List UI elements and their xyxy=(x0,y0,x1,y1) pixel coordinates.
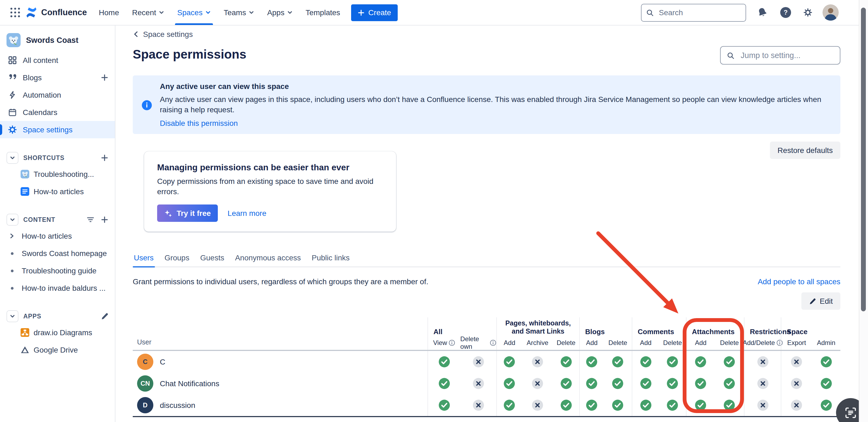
primary-nav: Home Recent Spaces Teams Apps Templates xyxy=(92,0,347,25)
space-avatar-koala-icon xyxy=(6,33,21,47)
permission-granted-icon xyxy=(820,399,832,411)
sidebar-item-label: Troubleshooting... xyxy=(34,170,94,178)
help-icon[interactable]: ? xyxy=(778,5,793,20)
banner-title: Any active user can view this space xyxy=(160,81,832,91)
column-header-add: Add xyxy=(632,339,659,346)
section-header: APPS xyxy=(0,309,115,324)
tab-guests[interactable]: Guests xyxy=(199,253,225,266)
column-group-space: Space Export Admin xyxy=(781,317,840,350)
add-icon[interactable] xyxy=(100,74,110,81)
section-label: CONTENT xyxy=(23,217,55,223)
sidebar-section-content: CONTENT How-to articles Swords Coast hom… xyxy=(0,212,115,297)
confluence-logo-icon xyxy=(25,6,38,19)
permission-granted-icon xyxy=(438,356,450,368)
avatar: CN xyxy=(137,375,153,392)
sidebar-item-label: Google Drive xyxy=(34,345,78,354)
info-icon[interactable] xyxy=(490,340,496,346)
tab-groups[interactable]: Groups xyxy=(163,253,190,266)
row-group-restrictions xyxy=(744,373,781,394)
breadcrumb[interactable]: Space settings xyxy=(133,29,193,39)
permission-granted-icon xyxy=(560,356,572,368)
permission-denied-icon xyxy=(531,377,544,390)
filter-icon[interactable] xyxy=(87,216,94,223)
permission-granted-icon xyxy=(640,377,652,390)
try-it-free-button[interactable]: Try it free xyxy=(157,204,218,222)
tab-public-links[interactable]: Public links xyxy=(311,253,351,266)
sidebar-item-calendars[interactable]: Calendars xyxy=(0,104,115,121)
chevron-right-icon xyxy=(9,233,15,239)
nav-item-apps[interactable]: Apps xyxy=(260,0,299,25)
gdrive-icon xyxy=(21,345,29,354)
sidebar-page-troubleshooting-guide[interactable]: Troubleshooting guide xyxy=(0,262,115,279)
breadcrumb-label: Space settings xyxy=(143,30,193,38)
tab-anonymous-access[interactable]: Anonymous access xyxy=(234,253,302,266)
nav-item-label: Templates xyxy=(306,8,340,17)
sidebar-page-how-to-invade-baldurs[interactable]: How-to invade baldurs ... xyxy=(0,279,115,297)
nav-item-home[interactable]: Home xyxy=(92,0,126,25)
app-switcher-icon[interactable] xyxy=(8,5,23,20)
sidebar-item-blogs[interactable]: Blogs xyxy=(0,69,115,86)
collapse-section-icon[interactable] xyxy=(6,214,19,226)
permission-denied-icon xyxy=(472,399,485,411)
sidebar-item-label: Calendars xyxy=(23,108,57,117)
sidebar-shortcuts-troubleshooting[interactable]: Troubleshooting... xyxy=(0,165,115,183)
add-icon[interactable] xyxy=(101,154,108,162)
user-name: discussion xyxy=(160,401,195,410)
permission-granted-icon xyxy=(667,377,679,390)
sidebar-section-shortcuts: SHORTCUTS Troubleshooting... How-to arti… xyxy=(0,150,115,200)
permission-denied-icon xyxy=(531,399,544,411)
sidebar-shortcuts-how-to-articles[interactable]: How-to articles xyxy=(0,183,115,200)
permission-denied-icon xyxy=(757,356,769,368)
column-header-archive: Archive xyxy=(522,339,553,346)
nav-item-recent[interactable]: Recent xyxy=(126,0,171,25)
section-header: SHORTCUTS xyxy=(0,150,115,165)
create-button-label: Create xyxy=(368,8,391,17)
info-icon[interactable] xyxy=(448,340,455,346)
koala-icon xyxy=(21,170,29,178)
column-header-view: View xyxy=(428,339,460,346)
nav-item-spaces[interactable]: Spaces xyxy=(171,0,217,25)
jump-to-setting-input[interactable] xyxy=(740,51,834,60)
nav-item-templates[interactable]: Templates xyxy=(299,0,347,25)
sidebar-page-label: Troubleshooting guide xyxy=(22,266,96,275)
plus-icon xyxy=(358,9,365,16)
collapse-section-icon[interactable] xyxy=(6,152,19,164)
sidebar-item-all-content[interactable]: All content xyxy=(0,52,115,69)
permission-granted-icon xyxy=(820,356,832,368)
edit-button[interactable]: Edit xyxy=(801,292,840,310)
edit-shortcuts-icon[interactable] xyxy=(101,312,108,320)
nav-item-teams[interactable]: Teams xyxy=(217,0,260,25)
jump-to-setting-search[interactable] xyxy=(720,46,840,64)
column-header-admin: Admin xyxy=(812,339,840,346)
user-avatar[interactable] xyxy=(823,4,839,21)
sidebar-page-swords-coast-homepage[interactable]: Swords Coast homepage xyxy=(0,245,115,262)
disable-permission-link[interactable]: Disable this permission xyxy=(160,119,238,128)
sidebar-item-label: Automation xyxy=(23,91,61,99)
column-header-delete-own: Delete own xyxy=(460,335,496,350)
notifications-bell-icon[interactable] xyxy=(755,5,770,20)
add-people-to-all-spaces-link[interactable]: Add people to all spaces xyxy=(758,277,840,286)
confluence-logo[interactable]: Confluence xyxy=(25,6,87,19)
restore-defaults-button[interactable]: Restore defaults xyxy=(770,142,840,159)
sidebar-apps-draw-io-diagrams[interactable]: draw.io Diagrams xyxy=(0,324,115,341)
sidebar-item-automation[interactable]: Automation xyxy=(0,86,115,104)
learn-more-link[interactable]: Learn more xyxy=(227,209,266,218)
create-button[interactable]: Create xyxy=(351,4,398,21)
gear-icon xyxy=(8,125,17,134)
nav-item-label: Home xyxy=(99,8,119,17)
tab-users[interactable]: Users xyxy=(133,253,155,266)
settings-gear-icon[interactable] xyxy=(801,6,814,19)
sidebar-page-how-to-articles[interactable]: How-to articles xyxy=(0,227,115,245)
table-row: C C xyxy=(133,351,840,373)
row-group-pages-whiteboards-and-smart-links xyxy=(496,351,579,373)
add-icon[interactable] xyxy=(101,216,108,223)
sidebar-apps-google-drive[interactable]: Google Drive xyxy=(0,341,115,359)
sidebar-item-space-settings[interactable]: Space settings xyxy=(0,121,115,138)
space-header[interactable]: Swords Coast xyxy=(0,32,115,48)
permission-granted-icon xyxy=(667,356,679,368)
global-search[interactable] xyxy=(641,3,746,22)
collapse-section-icon[interactable] xyxy=(6,310,19,322)
search-input[interactable] xyxy=(658,8,741,17)
column-group-all: All View Delete own xyxy=(428,317,496,350)
scrollbar-thumb[interactable] xyxy=(861,8,866,311)
